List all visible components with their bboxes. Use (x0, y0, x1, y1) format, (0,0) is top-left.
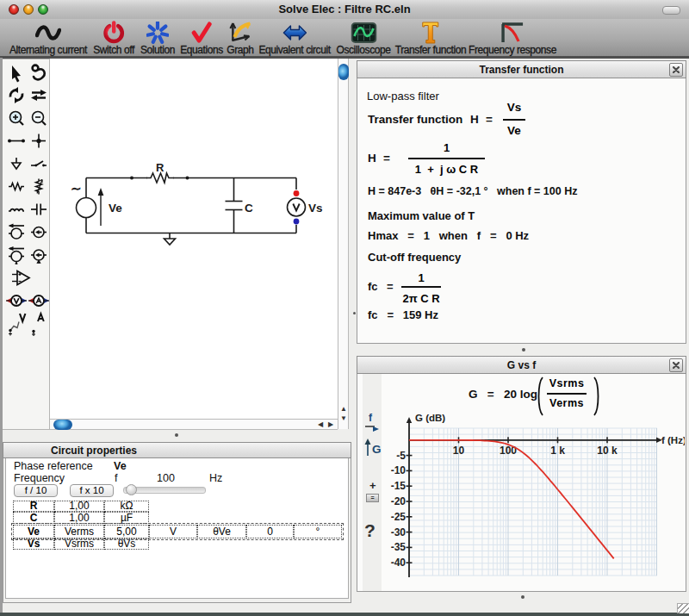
svg-text:-10: -10 (391, 464, 407, 476)
svg-text:Ve: Ve (109, 202, 122, 215)
svg-text:G (dB): G (dB) (415, 413, 445, 423)
svg-text:-35: -35 (391, 541, 407, 553)
svg-text:Vs: Vs (308, 202, 323, 215)
svg-text:f (Hz): f (Hz) (661, 435, 685, 445)
svg-text:G: G (372, 443, 382, 456)
svg-text:-20: -20 (391, 495, 407, 507)
svg-text:-5: -5 (396, 450, 406, 462)
svg-text:-40: -40 (391, 557, 407, 569)
svg-text:10: 10 (453, 445, 465, 457)
svg-text:10 k: 10 k (597, 445, 618, 457)
svg-text:-15: -15 (391, 480, 407, 492)
svg-text:C: C (245, 202, 253, 215)
svg-text:100: 100 (500, 445, 517, 457)
svg-text:∼: ∼ (71, 181, 82, 196)
svg-text:-25: -25 (391, 511, 407, 523)
svg-text:R: R (156, 161, 164, 174)
svg-text:1 k: 1 k (550, 445, 565, 457)
svg-text:-30: -30 (391, 526, 407, 538)
